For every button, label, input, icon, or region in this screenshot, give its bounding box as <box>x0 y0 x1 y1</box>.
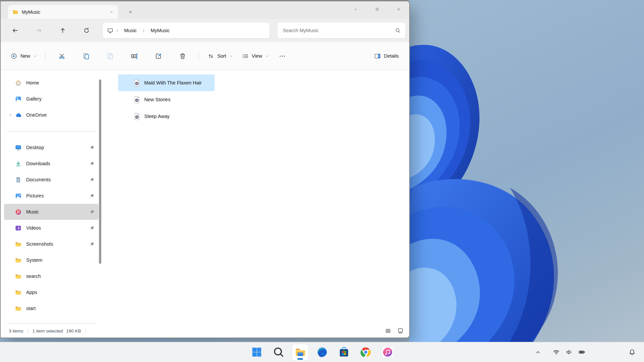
paste-button[interactable] <box>103 49 117 63</box>
taskbar-search-icon <box>272 346 285 358</box>
share-button[interactable] <box>151 49 166 63</box>
cut-button[interactable] <box>54 49 69 63</box>
file-list[interactable]: Maid With The Flaxen Hair New Stories Sl… <box>102 70 409 324</box>
chrome-button[interactable] <box>358 344 374 360</box>
file-row-maid-with-the-flaxen-hair[interactable]: Maid With The Flaxen Hair <box>118 74 215 91</box>
toolbar-divider <box>199 51 199 61</box>
refresh-icon <box>83 27 90 34</box>
window-controls <box>345 1 409 17</box>
tab-mymusic[interactable]: MyMusic <box>8 5 118 19</box>
sidebar-item-downloads[interactable]: Downloads <box>4 156 99 172</box>
store-button[interactable] <box>336 344 352 360</box>
sidebar-item-apps[interactable]: Apps <box>4 284 99 300</box>
large-thumbnails-toggle[interactable] <box>396 326 405 336</box>
desktop-icon <box>15 144 22 151</box>
folder-icon <box>15 289 22 296</box>
titlebar[interactable]: MyMusic <box>1 1 409 19</box>
new-button-label: New <box>20 53 30 59</box>
sidebar-item-documents[interactable]: Documents <box>4 172 99 188</box>
tray-chevron-up[interactable] <box>533 347 543 358</box>
pin-icon <box>90 193 95 198</box>
itunes-button[interactable] <box>379 344 395 360</box>
chevron-down-icon <box>265 54 269 58</box>
search-input[interactable] <box>283 28 395 33</box>
more-icon <box>279 53 286 60</box>
minimize-button[interactable] <box>345 1 366 17</box>
view-button-label: View <box>252 53 262 59</box>
media-file-icon <box>133 113 141 120</box>
new-button[interactable]: New <box>6 49 41 63</box>
maximize-button[interactable] <box>366 1 388 17</box>
plus-icon <box>128 10 133 14</box>
sidebar-item-system[interactable]: System <box>4 252 99 268</box>
trash-icon <box>179 52 186 60</box>
sidebar-item-desktop[interactable]: Desktop <box>4 139 99 156</box>
battery-icon <box>578 349 585 356</box>
sidebar-item-videos[interactable]: Videos <box>4 220 99 236</box>
chevron-right-icon[interactable] <box>6 111 15 119</box>
file-row-new-stories[interactable]: New Stories <box>118 91 215 108</box>
start-button[interactable] <box>249 344 265 360</box>
up-button[interactable] <box>52 23 73 38</box>
breadcrumb[interactable]: MusicMyMusic <box>103 23 269 38</box>
chrome-icon <box>360 346 372 358</box>
sidebar-item-pictures[interactable]: Pictures <box>4 188 99 204</box>
minimize-icon <box>354 7 358 11</box>
breadcrumb-item-music[interactable]: Music <box>121 28 140 33</box>
sidebar-item-screenshots[interactable]: Screenshots <box>4 236 99 252</box>
refresh-button[interactable] <box>76 23 97 38</box>
sidebar-item-onedrive[interactable]: OneDrive <box>4 107 99 123</box>
chevron-up-icon <box>535 350 541 355</box>
chevron-right-icon <box>142 28 146 33</box>
new-tab-button[interactable] <box>125 5 136 19</box>
details-view-toggle[interactable] <box>383 326 393 336</box>
file-explorer-button[interactable] <box>292 344 308 360</box>
more-options-button[interactable] <box>275 49 289 63</box>
sidebar-item-search[interactable]: search <box>4 268 99 284</box>
volume-indicator[interactable] <box>564 347 574 358</box>
details-button[interactable]: Details <box>370 49 403 63</box>
navigation-pane: Home Gallery OneDrive Desktop Downloads … <box>1 70 102 324</box>
music-icon <box>15 208 22 216</box>
system-tray <box>533 342 587 362</box>
copy-button[interactable] <box>78 49 93 63</box>
sidebar-item-home[interactable]: Home <box>4 75 99 91</box>
file-row-sleep-away[interactable]: Sleep Away <box>118 108 215 125</box>
sidebar-item-start[interactable]: start <box>4 300 99 316</box>
battery-indicator[interactable] <box>576 347 587 358</box>
edge-button[interactable] <box>314 344 330 360</box>
arrow-up-icon <box>59 27 66 34</box>
this-pc-monitor-icon[interactable] <box>107 27 113 34</box>
view-list-icon <box>242 53 249 60</box>
downloads-icon <box>15 160 22 167</box>
back-button[interactable] <box>4 23 26 38</box>
breadcrumb-item-mymusic[interactable]: MyMusic <box>148 28 173 33</box>
selection-count: 1 item selected <box>33 328 63 334</box>
rename-button[interactable] <box>127 49 142 63</box>
pin-icon <box>90 226 95 231</box>
itunes-icon <box>381 346 394 358</box>
sort-button[interactable]: Sort <box>203 49 237 63</box>
search-icon[interactable] <box>395 27 401 34</box>
view-button[interactable]: View <box>237 49 273 63</box>
file-explorer-window: MyMusic MusicMyMusic New Sort <box>0 0 410 338</box>
rename-icon <box>130 52 138 60</box>
notification-bell[interactable] <box>628 342 636 362</box>
delete-button[interactable] <box>175 49 190 63</box>
command-toolbar: New Sort View Details <box>1 42 409 70</box>
search-box[interactable] <box>278 23 405 38</box>
file-name: New Stories <box>144 97 170 102</box>
status-bar: 3 items 1 item selected 190 KB <box>1 324 409 338</box>
sidebar-item-music[interactable]: Music <box>4 204 99 220</box>
tab-title: MyMusic <box>22 9 104 15</box>
tab-close-button[interactable] <box>107 8 115 16</box>
close-icon <box>396 7 401 11</box>
wifi-indicator[interactable] <box>551 347 561 358</box>
sidebar-scrollbar[interactable] <box>99 79 101 264</box>
pin-icon <box>90 242 95 247</box>
sidebar-item-gallery[interactable]: Gallery <box>4 91 99 107</box>
search-button[interactable] <box>270 344 286 360</box>
forward-button[interactable] <box>28 23 50 38</box>
close-button[interactable] <box>388 1 409 17</box>
videos-icon <box>15 225 22 232</box>
